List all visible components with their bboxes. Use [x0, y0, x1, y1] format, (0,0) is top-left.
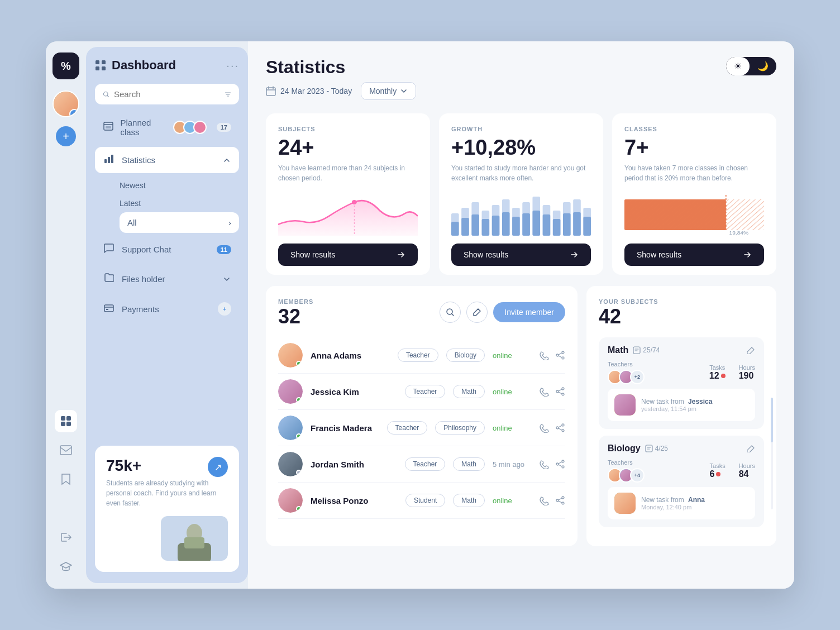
biology-new-task: New task from Anna Monday, 12:40 pm	[608, 487, 755, 519]
member-avatar-3	[278, 416, 303, 440]
members-list: Anna Adams Teacher Biology online	[278, 337, 565, 519]
members-count: 32	[278, 305, 440, 328]
filter-icon[interactable]	[225, 90, 231, 99]
subject-biology-header: Biology 4/25	[608, 443, 755, 454]
bookmark-icon[interactable]	[55, 468, 77, 490]
call-icon-2[interactable]	[540, 386, 550, 397]
subjects-show-results-btn[interactable]: Show results	[278, 244, 418, 266]
subject-biology-name: Biology	[608, 443, 641, 454]
files-icon	[103, 273, 115, 285]
biology-teacher-avatars: +4	[608, 468, 645, 483]
edit-members-btn[interactable]	[466, 302, 488, 323]
dark-theme-btn[interactable]: 🌙	[750, 57, 776, 75]
svg-rect-42	[502, 212, 510, 236]
sub-item-latest[interactable]: Latest	[112, 194, 239, 212]
sidebar: Dashboard ··· Planned	[86, 47, 248, 583]
biology-tasks-dot	[716, 472, 720, 476]
biology-hours: Hours 84	[739, 462, 755, 479]
arrow-right-classes-icon	[743, 250, 752, 259]
edit-biology-icon[interactable]	[747, 445, 755, 452]
monthly-filter-btn[interactable]: Monthly	[361, 82, 416, 100]
member-role-1: Teacher	[398, 349, 438, 362]
svg-point-69	[562, 497, 564, 499]
share-icon-4[interactable]	[555, 459, 565, 469]
member-name-3: Francis Madera	[311, 423, 379, 433]
svg-point-63	[562, 424, 564, 426]
sub-item-all[interactable]: All ›	[120, 212, 239, 233]
share-icon-2[interactable]	[555, 386, 565, 397]
dashboard-icon[interactable]	[55, 410, 77, 432]
member-actions-5	[540, 495, 565, 505]
member-avatar-5	[278, 488, 303, 513]
growth-show-results-btn[interactable]: Show results	[451, 244, 591, 266]
payments-label: Payments	[122, 304, 159, 314]
svg-rect-50	[583, 217, 591, 236]
svg-point-70	[556, 499, 559, 502]
call-icon-3[interactable]	[540, 423, 550, 433]
call-icon-1[interactable]	[540, 350, 550, 360]
more-options[interactable]: ···	[226, 59, 239, 72]
member-avatar-1	[278, 343, 303, 367]
svg-rect-72	[633, 347, 640, 354]
table-row: Jordan Smith Teacher Math 5 min ago	[278, 446, 565, 483]
svg-rect-37	[451, 222, 459, 236]
subject-item-math: Math 25/74	[599, 337, 764, 429]
task-icon-math	[633, 346, 641, 354]
search-members-btn[interactable]	[440, 302, 461, 323]
statistics-icon	[103, 154, 115, 166]
logout-icon[interactable]	[55, 526, 77, 548]
member-status-3: online	[493, 424, 532, 432]
svg-point-71	[562, 502, 564, 504]
growth-stat-card: GROWTH +10,28% You started to study more…	[439, 113, 603, 275]
svg-point-57	[562, 351, 564, 354]
svg-point-62	[562, 393, 564, 395]
education-icon[interactable]	[55, 555, 77, 578]
light-theme-btn[interactable]: ☀	[726, 57, 750, 75]
table-row: Francis Madera Teacher Philosophy online	[278, 410, 565, 446]
svg-rect-6	[102, 60, 106, 64]
members-actions: Invite member	[440, 302, 565, 323]
share-icon-1[interactable]	[555, 350, 565, 360]
sidebar-item-statistics[interactable]: Statistics	[95, 147, 239, 173]
planned-class-badge: 17	[217, 123, 231, 132]
svg-rect-12	[104, 159, 107, 163]
edit-math-icon[interactable]	[747, 346, 755, 354]
call-icon-4[interactable]	[540, 459, 550, 469]
svg-point-58	[556, 354, 559, 356]
icon-bar: % +	[46, 41, 86, 589]
member-role-5: Student	[405, 494, 445, 507]
subjects-scrollbar-thumb[interactable]	[771, 398, 773, 442]
mail-icon[interactable]	[55, 439, 77, 461]
sidebar-item-planned-class[interactable]: Planned class 17	[95, 111, 239, 144]
svg-rect-19	[184, 537, 204, 548]
share-icon-5[interactable]	[555, 495, 565, 505]
classes-show-results-btn[interactable]: Show results	[624, 244, 764, 266]
svg-rect-40	[482, 219, 490, 236]
subject-math-header: Math 25/74	[608, 345, 755, 355]
search-bar[interactable]	[95, 84, 239, 104]
biology-teachers-row: Teachers +4 Tasks 6	[608, 459, 755, 483]
sidebar-item-files-holder[interactable]: Files holder	[95, 266, 239, 292]
sidebar-item-payments[interactable]: Payments +	[95, 295, 239, 322]
member-status-4: 5 min ago	[493, 460, 532, 469]
svg-point-22	[352, 200, 357, 204]
subjects-stat-desc: You have learned more than 24 subjects i…	[278, 163, 418, 183]
growth-stat-label: GROWTH	[451, 126, 591, 132]
task-avatar-jessica	[614, 394, 636, 416]
chevron-down-monthly-icon	[400, 87, 408, 95]
task-info-anna: New task from Anna Monday, 12:40 pm	[641, 496, 748, 510]
user-avatar[interactable]	[52, 90, 79, 117]
subjects-count: 42	[599, 305, 764, 328]
members-label: MEMBERS	[278, 298, 440, 305]
sidebar-item-support-chat[interactable]: Support Chat 11	[95, 236, 239, 262]
share-icon-3[interactable]	[555, 423, 565, 433]
add-button[interactable]: +	[56, 126, 76, 146]
search-input[interactable]	[114, 89, 220, 99]
invite-member-btn[interactable]: Invite member	[493, 302, 565, 322]
svg-rect-39	[471, 214, 479, 236]
sub-item-newest[interactable]: Newest	[112, 176, 239, 194]
calendar-icon	[266, 86, 276, 96]
call-icon-5[interactable]	[540, 495, 550, 505]
promo-arrow-btn[interactable]: ↗	[208, 457, 228, 477]
svg-rect-14	[111, 155, 113, 163]
